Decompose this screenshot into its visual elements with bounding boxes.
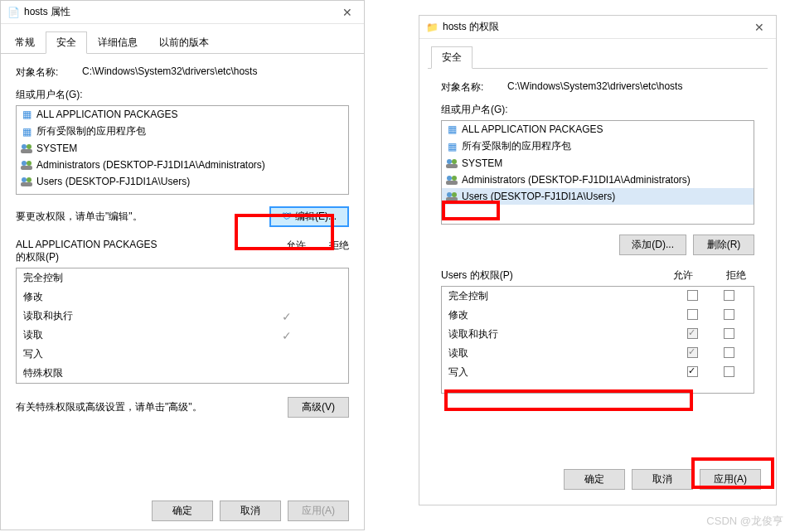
object-name-label: 对象名称: xyxy=(441,80,507,94)
tab-security[interactable]: 安全 xyxy=(46,31,87,54)
permissions-header: Users 的权限(P) xyxy=(441,268,513,283)
window-title: hosts 的权限 xyxy=(443,20,499,34)
svg-point-6 xyxy=(22,177,27,182)
svg-point-12 xyxy=(447,176,452,181)
apply-button[interactable]: 应用(A) xyxy=(700,469,761,490)
list-item[interactable]: Administrators (DESKTOP-FJ1DI1A\Administ… xyxy=(17,157,348,173)
content-area: 对象名称: C:\Windows\System32\drivers\etc\ho… xyxy=(1,54,364,441)
titlebar[interactable]: 📄 hosts 属性 ✕ xyxy=(1,1,364,24)
svg-rect-8 xyxy=(21,182,32,186)
list-item[interactable]: Users (DESKTOP-FJ1DI1A\Users) xyxy=(17,173,348,190)
list-item-selected[interactable]: Users (DESKTOP-FJ1DI1A\Users) xyxy=(442,188,754,205)
object-name-value: C:\Windows\System32\drivers\etc\hosts xyxy=(507,80,682,94)
advanced-button[interactable]: 高级(V) xyxy=(288,397,349,418)
deny-col-label: 拒绝 xyxy=(329,239,349,264)
allow-checkbox[interactable] xyxy=(687,309,698,320)
deny-checkbox[interactable] xyxy=(724,366,734,377)
svg-rect-5 xyxy=(21,166,32,170)
groups-label: 组或用户名(G): xyxy=(16,88,349,102)
svg-point-15 xyxy=(447,192,452,197)
package-icon: ▦ xyxy=(20,125,33,138)
allow-checkbox[interactable] xyxy=(687,366,698,377)
svg-point-1 xyxy=(27,144,32,149)
dialog-buttons: 确定 取消 应用(A) xyxy=(419,461,776,498)
svg-point-9 xyxy=(447,159,452,164)
group-icon xyxy=(20,175,33,188)
allow-col-label: 允许 xyxy=(673,268,693,283)
close-button[interactable]: ✕ xyxy=(743,16,776,39)
object-name-value: C:\Windows\System32\drivers\etc\hosts xyxy=(82,65,257,80)
group-icon xyxy=(445,173,458,186)
list-item[interactable]: SYSTEM xyxy=(442,155,754,172)
properties-dialog: 📄 hosts 属性 ✕ 常规 安全 详细信息 以前的版本 对象名称: C:\W… xyxy=(0,0,365,530)
object-name-label: 对象名称: xyxy=(16,65,82,80)
allow-checkbox[interactable] xyxy=(687,328,698,339)
svg-point-13 xyxy=(452,176,457,181)
file-icon: 📄 xyxy=(7,7,19,18)
deny-checkbox[interactable] xyxy=(724,309,734,320)
tab-details[interactable]: 详细信息 xyxy=(87,31,148,54)
svg-rect-2 xyxy=(21,149,32,153)
list-item[interactable]: ▦ALL APPLICATION PACKAGES xyxy=(442,121,754,138)
allow-check: ✓ xyxy=(269,329,305,342)
apply-button[interactable]: 应用(A) xyxy=(288,501,349,521)
add-button[interactable]: 添加(D)... xyxy=(619,235,686,255)
principals-list[interactable]: ▦ALL APPLICATION PACKAGES ▦所有受限制的应用程序包 S… xyxy=(16,105,349,195)
list-item[interactable]: ▦ALL APPLICATION PACKAGES xyxy=(17,106,348,123)
svg-point-16 xyxy=(452,192,457,197)
svg-point-4 xyxy=(27,161,32,166)
titlebar[interactable]: 📁 hosts 的权限 ✕ xyxy=(419,16,776,39)
allow-checkbox[interactable] xyxy=(687,290,698,301)
svg-point-0 xyxy=(22,144,27,149)
window-title: hosts 属性 xyxy=(24,5,70,19)
allow-checkbox[interactable] xyxy=(687,347,698,358)
folder-icon: 📁 xyxy=(426,22,438,33)
tab-general[interactable]: 常规 xyxy=(4,31,46,54)
allow-check: ✓ xyxy=(269,310,305,323)
tab-security[interactable]: 安全 xyxy=(431,46,473,69)
list-item[interactable]: SYSTEM xyxy=(17,140,348,157)
deny-checkbox[interactable] xyxy=(724,290,734,301)
edit-hint: 要更改权限，请单击"编辑"。 xyxy=(16,210,143,224)
list-item[interactable]: Administrators (DESKTOP-FJ1DI1A\Administ… xyxy=(442,172,754,188)
close-button[interactable]: ✕ xyxy=(331,1,364,24)
deny-checkbox[interactable] xyxy=(724,347,734,358)
tab-bar: 安全 xyxy=(428,42,768,69)
svg-point-10 xyxy=(452,159,457,164)
cancel-button[interactable]: 取消 xyxy=(220,501,281,521)
group-icon xyxy=(445,190,458,203)
permissions-table: 完全控制 修改 读取和执行✓ 读取✓ 写入 特殊权限 xyxy=(16,268,349,384)
list-item[interactable]: ▦所有受限制的应用程序包 xyxy=(17,123,348,140)
package-icon: ▦ xyxy=(445,123,458,136)
deny-checkbox[interactable] xyxy=(724,328,734,339)
svg-point-3 xyxy=(22,161,27,166)
group-icon xyxy=(20,142,33,155)
watermark: CSDN @龙俊亨 xyxy=(706,514,783,529)
cancel-button[interactable]: 取消 xyxy=(632,469,693,490)
ok-button[interactable]: 确定 xyxy=(564,469,625,490)
content-area: 对象名称: C:\Windows\System32\drivers\etc\ho… xyxy=(419,69,776,405)
edit-button[interactable]: 🛡编辑(E)... xyxy=(269,206,349,227)
principals-list[interactable]: ▦ALL APPLICATION PACKAGES ▦所有受限制的应用程序包 S… xyxy=(441,120,754,225)
permissions-dialog: 📁 hosts 的权限 ✕ 安全 对象名称: C:\Windows\System… xyxy=(419,15,777,505)
allow-col-label: 允许 xyxy=(286,239,306,264)
remove-button[interactable]: 删除(R) xyxy=(693,235,754,255)
svg-rect-11 xyxy=(446,164,458,168)
svg-rect-14 xyxy=(446,181,458,185)
groups-label: 组或用户名(G): xyxy=(441,103,754,117)
deny-col-label: 拒绝 xyxy=(726,268,746,283)
svg-rect-17 xyxy=(446,197,458,201)
group-icon xyxy=(445,157,458,170)
permissions-header: ALL APPLICATION PACKAGES的权限(P) xyxy=(16,239,158,264)
list-item[interactable]: ▦所有受限制的应用程序包 xyxy=(442,138,754,155)
tab-bar: 常规 安全 详细信息 以前的版本 xyxy=(1,27,364,54)
package-icon: ▦ xyxy=(20,108,33,121)
ok-button[interactable]: 确定 xyxy=(152,501,213,521)
shield-icon: 🛡 xyxy=(282,210,292,222)
group-icon xyxy=(20,158,33,172)
advanced-hint: 有关特殊权限或高级设置，请单击"高级"。 xyxy=(16,400,202,414)
tab-previous-versions[interactable]: 以前的版本 xyxy=(148,31,220,54)
package-icon: ▦ xyxy=(445,140,458,153)
dialog-buttons: 确定 取消 应用(A) xyxy=(1,492,364,530)
svg-point-7 xyxy=(27,177,32,182)
